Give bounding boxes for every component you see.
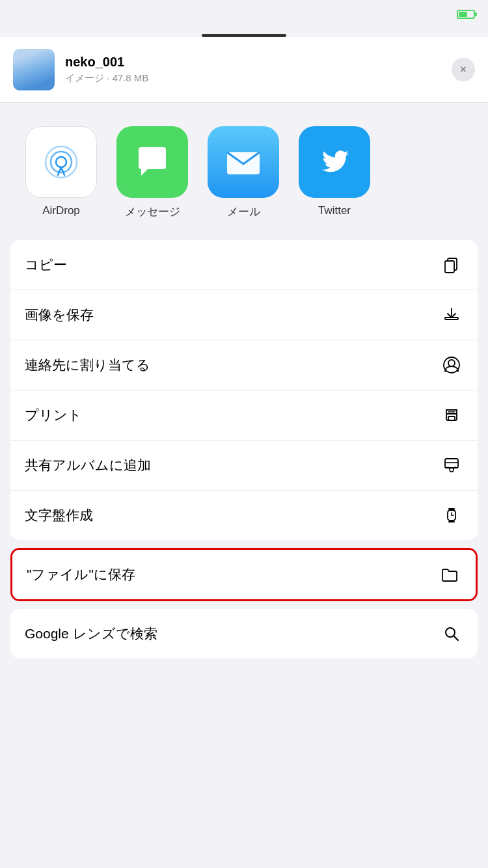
- file-name: neko_001: [65, 55, 441, 70]
- action-list: コピー 画像を保存 連絡先に割り当てる: [10, 240, 478, 540]
- action-print[interactable]: プリント: [10, 390, 478, 441]
- save-files-wrapper: "ファイル"に保存: [10, 548, 478, 601]
- print-icon: [442, 406, 461, 424]
- shared-album-icon: [442, 456, 461, 474]
- action-assign-contact[interactable]: 連絡先に割り当てる: [10, 340, 478, 390]
- save-image-label: 画像を保存: [25, 306, 94, 324]
- action-copy[interactable]: コピー: [10, 240, 478, 290]
- file-info: イメージ · 47.8 MB: [65, 72, 441, 85]
- svg-line-3: [58, 167, 61, 175]
- mail-svg: [222, 141, 265, 183]
- google-lens-icon-wrap: [440, 622, 463, 645]
- svg-point-17: [450, 468, 454, 472]
- assign-contact-label: 連絡先に割り当てる: [25, 356, 150, 374]
- apps-row: AirDrop メッセージ メール: [0, 113, 488, 232]
- svg-line-19: [454, 467, 455, 468]
- messages-icon-bg: [116, 126, 188, 198]
- action-save-image[interactable]: 画像を保存: [10, 290, 478, 340]
- app-item-airdrop[interactable]: AirDrop: [16, 126, 107, 219]
- copy-icon: [442, 256, 461, 274]
- save-image-icon: [442, 306, 461, 324]
- bottom-action-list: Google レンズで検索: [10, 609, 478, 658]
- action-watch-face[interactable]: 文字盤作成: [10, 491, 478, 540]
- save-files-icon-wrap: [438, 563, 461, 586]
- copy-label: コピー: [25, 256, 67, 274]
- svg-rect-7: [445, 261, 454, 273]
- app-item-messages[interactable]: メッセージ: [107, 126, 198, 219]
- action-save-files[interactable]: "ファイル"に保存: [12, 550, 476, 599]
- action-shared-album[interactable]: 共有アルバムに追加: [10, 441, 478, 491]
- twitter-svg: [314, 141, 355, 183]
- svg-line-4: [61, 167, 64, 175]
- twitter-icon-bg: [299, 126, 370, 198]
- close-button[interactable]: ×: [452, 58, 475, 81]
- folder-icon: [441, 565, 459, 584]
- airdrop-icon-bg: [25, 126, 97, 198]
- twitter-label: Twitter: [318, 204, 351, 217]
- watch-face-label: 文字盤作成: [25, 506, 93, 524]
- thumbnail: [13, 49, 55, 90]
- save-files-label: "ファイル"に保存: [27, 565, 135, 584]
- share-header: neko_001 イメージ · 47.8 MB ×: [0, 37, 488, 103]
- svg-line-18: [448, 467, 450, 468]
- status-bar: [0, 0, 488, 29]
- drag-bar: [0, 29, 488, 37]
- print-label: プリント: [25, 406, 82, 424]
- svg-rect-15: [445, 459, 458, 468]
- watch-face-icon-wrap: [440, 504, 463, 527]
- share-sheet: neko_001 イメージ · 47.8 MB × AirDrop: [0, 37, 488, 686]
- app-item-twitter[interactable]: Twitter: [289, 126, 380, 219]
- battery-indicator: [457, 10, 475, 19]
- mail-icon-bg: [208, 126, 279, 198]
- app-item-mail[interactable]: メール: [198, 126, 289, 219]
- copy-icon-wrap: [440, 253, 463, 277]
- svg-line-26: [454, 636, 458, 640]
- google-lens-label: Google レンズで検索: [25, 625, 157, 643]
- close-icon: ×: [460, 64, 466, 75]
- action-google-lens[interactable]: Google レンズで検索: [10, 609, 478, 658]
- watch-face-icon: [442, 506, 461, 524]
- svg-point-0: [56, 157, 66, 167]
- svg-point-10: [448, 360, 455, 366]
- shared-album-icon-wrap: [440, 454, 463, 477]
- shared-album-label: 共有アルバムに追加: [25, 456, 151, 474]
- mail-label: メール: [227, 204, 260, 219]
- assign-contact-icon-wrap: [440, 353, 463, 377]
- search-icon: [442, 625, 461, 643]
- messages-label: メッセージ: [125, 204, 180, 219]
- airdrop-svg: [40, 141, 83, 183]
- assign-contact-icon: [442, 356, 461, 374]
- messages-svg: [132, 142, 172, 182]
- print-icon-wrap: [440, 403, 463, 427]
- header-text: neko_001 イメージ · 47.8 MB: [65, 55, 441, 85]
- save-image-icon-wrap: [440, 303, 463, 327]
- svg-rect-13: [448, 416, 455, 420]
- airdrop-label: AirDrop: [42, 204, 80, 217]
